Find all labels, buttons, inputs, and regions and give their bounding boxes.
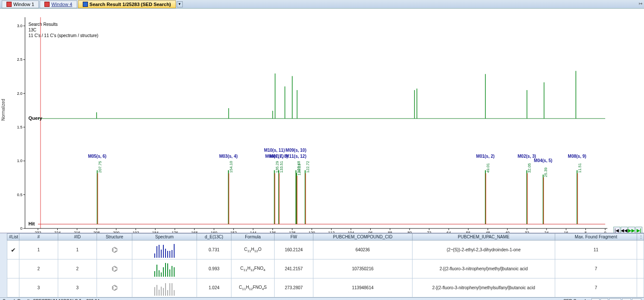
spectrum-icon — [44, 2, 50, 7]
peak-value: 154.10 — [229, 161, 233, 173]
row-id: 1 — [58, 241, 97, 259]
row-check[interactable]: ✔ — [7, 241, 19, 259]
row-formula: C11H12FNO4S — [231, 278, 275, 297]
row-spectrum — [132, 241, 197, 259]
col-header[interactable]: PUBCHEM_COMPOUND_CID — [313, 234, 413, 241]
row-formula: C11H12O — [231, 241, 275, 259]
row-check[interactable] — [7, 259, 19, 278]
row-de: 0.993 — [197, 259, 231, 278]
row-structure: ⌬ — [97, 241, 132, 259]
row-name: 2-[(2-fluoro-3-nitrophenyl)methyl]butano… — [413, 259, 555, 278]
peak-value: 25.39 — [544, 167, 548, 177]
tab-search-result[interactable]: Search Result 1/25283 (SED Search) — [78, 0, 176, 8]
spectrum-icon — [6, 2, 12, 7]
row-frag: 7 — [555, 278, 637, 297]
col-header[interactable]: Max. Found Fragment — [555, 234, 637, 241]
tab-window1[interactable]: Window 1 — [2, 0, 39, 8]
peak-value: 126.21 — [297, 164, 301, 176]
row-structure: ⌬ — [97, 278, 132, 297]
peak-value: 135.29 — [275, 161, 279, 173]
row-fw: 273.2807 — [275, 278, 313, 297]
spectrum-plot[interactable]: Normalized Search Results 13C 11 C's / 1… — [0, 9, 644, 233]
btn-ppm[interactable]: ppm — [609, 298, 621, 300]
col-header[interactable]: # — [19, 234, 58, 241]
tab-label: Window 1 — [13, 2, 34, 7]
results-table-wrap: #List##IDStructureSpectrumd_E(13C)Formul… — [0, 233, 644, 297]
search-icon — [83, 2, 88, 7]
peak-label: M04(s, 5) — [534, 158, 553, 163]
svg-text:1.0: 1.0 — [17, 159, 22, 163]
peak-value: 32.05 — [527, 163, 531, 173]
col-header[interactable]: d_E(13C) — [197, 234, 231, 241]
col-header[interactable]: FW — [275, 234, 313, 241]
peak-value: 11.51 — [578, 163, 582, 173]
col-header[interactable]: PUBCHEM_IUPAC_NAME — [413, 234, 555, 241]
svg-text:Query: Query — [28, 116, 43, 121]
peak-value: 49.01 — [486, 163, 490, 173]
peak-value: 122.72 — [306, 161, 310, 173]
peak-label: M01(s, 2) — [476, 154, 495, 159]
svg-text:3.0: 3.0 — [17, 24, 22, 28]
peak-label: M09(s, 10) — [285, 148, 306, 153]
col-options[interactable]: ⋮ — [637, 234, 644, 241]
spectrum-svg: 00.51.01.52.02.53.0232224216208200192184… — [12, 9, 610, 233]
row-fw: 241.2157 — [275, 259, 313, 278]
row-spectrum — [132, 259, 197, 278]
row-name: (2~{S})-2-ethyl-2,3-dihydroinden-1-one — [413, 241, 555, 259]
peak-label: M03(s, 4) — [219, 154, 238, 159]
row-num: 2 — [19, 259, 58, 278]
svg-text:0: 0 — [20, 226, 22, 231]
row-id: 3 — [58, 278, 97, 297]
col-header[interactable]: #ID — [58, 234, 97, 241]
row-formula: C11H12FNO4 — [231, 259, 275, 278]
row-pad — [637, 241, 644, 259]
row-cid: 107350216 — [313, 259, 413, 278]
table-row[interactable]: ✔11⌬0.731C11H12O160.2124640236(2~{S})-2-… — [7, 241, 644, 259]
svg-text:1.5: 1.5 — [17, 125, 22, 129]
row-de: 0.731 — [197, 241, 231, 259]
col-header[interactable]: Spectrum — [132, 234, 197, 241]
svg-text:2.0: 2.0 — [17, 91, 22, 96]
row-pad — [637, 278, 644, 297]
peak-label: M11(s, 12) — [285, 154, 306, 159]
tab-label: Search Result 1/25283 (SED Search) — [90, 2, 171, 7]
row-num: 3 — [19, 278, 58, 297]
btn-hz[interactable]: Hz — [622, 298, 631, 300]
row-id: 2 — [58, 259, 97, 278]
peak-value: 133.51 — [279, 161, 284, 173]
peak-label: M08(s, 9) — [568, 154, 586, 159]
col-header[interactable]: Structure — [97, 234, 132, 241]
btn-pts[interactable]: pts — [632, 298, 641, 300]
row-cid: 113948614 — [313, 278, 413, 297]
peak-label: M02(s, 3) — [518, 154, 536, 159]
tab-label: Window 4 — [51, 2, 72, 7]
results-table: #List##IDStructureSpectrumd_E(13C)Formul… — [7, 233, 644, 297]
col-header[interactable]: Formula — [231, 234, 275, 241]
svg-text:0.5: 0.5 — [17, 193, 22, 197]
y-axis-label: Normalized — [1, 99, 6, 121]
row-num: 1 — [19, 241, 58, 259]
tab-dropdown[interactable]: ▼ — [177, 1, 183, 7]
col-header[interactable]: #List — [7, 234, 19, 241]
status-bar: Search Results SPECTRUM 13CCALC δ = 230.… — [0, 297, 644, 300]
btn-ai[interactable]: AI — [600, 298, 609, 300]
peak-label: M10(s, 11) — [264, 148, 284, 153]
row-de: 1.024 — [197, 278, 231, 297]
table-row[interactable]: 33⌬1.024C11H12FNO4S273.28071139486142-[(… — [7, 278, 644, 297]
table-row[interactable]: 22⌬0.993C11H12FNO4241.21571073502162-[(2… — [7, 259, 644, 278]
row-check[interactable] — [7, 278, 19, 297]
window-tabs: Window 1 Window 4 Search Result 1/25283 … — [0, 0, 644, 9]
peak-value: 207.75 — [98, 161, 102, 173]
svg-text:2.5: 2.5 — [17, 57, 22, 62]
row-frag: 11 — [555, 241, 637, 259]
btn-ni[interactable]: NI — [591, 298, 600, 300]
peak-label: M05(s, 6) — [88, 154, 106, 159]
row-frag: 7 — [555, 259, 637, 278]
row-structure: ⌬ — [97, 259, 132, 278]
row-cid: 640236 — [313, 241, 413, 259]
tab-window4[interactable]: Window 4 — [40, 0, 77, 8]
row-pad — [637, 259, 644, 278]
row-spectrum — [132, 278, 197, 297]
collapse-icon[interactable]: ↦ — [639, 1, 642, 6]
row-name: 2-[(2-fluoro-3-nitrophenyl)methylsulfany… — [413, 278, 555, 297]
